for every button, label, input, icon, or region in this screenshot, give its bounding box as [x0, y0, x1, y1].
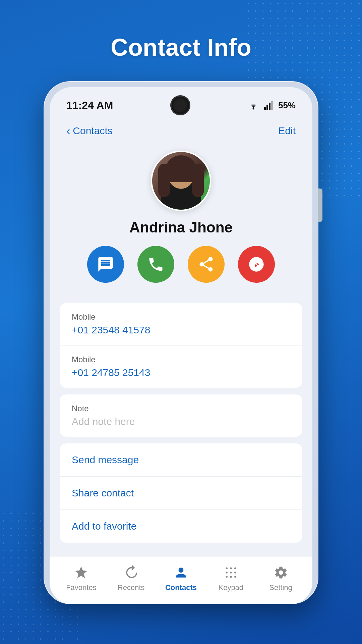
contact-name: Andrina Jhone — [129, 219, 233, 236]
call-icon — [147, 256, 165, 273]
favorites-icon — [73, 565, 89, 581]
action-list-card: Send message Share contact Add to favori… — [60, 443, 302, 543]
avatar-hair-left — [158, 164, 170, 197]
phone-numbers-card: Mobile +01 23548 41578 Mobile +01 24785 … — [60, 303, 302, 388]
svg-point-12 — [234, 572, 236, 574]
send-message-button[interactable]: Send message — [60, 443, 302, 477]
note-row[interactable]: Note Add note here — [60, 394, 302, 437]
recents-icon — [123, 565, 139, 581]
svg-point-14 — [230, 576, 232, 578]
svg-point-5 — [254, 259, 259, 264]
svg-point-7 — [226, 567, 228, 569]
nav-contacts[interactable]: Contacts — [156, 565, 206, 592]
svg-rect-3 — [269, 103, 270, 110]
nav-recents[interactable]: Recents — [106, 565, 156, 592]
chevron-left-icon: ‹ — [66, 124, 70, 137]
contact-section: Andrina Jhone — [50, 144, 312, 303]
svg-point-0 — [252, 108, 254, 110]
note-card: Note Add note here — [60, 394, 302, 437]
share-button[interactable] — [188, 246, 225, 283]
phone-value-1: +01 23548 41578 — [72, 324, 290, 336]
status-icons: 55% — [247, 100, 296, 111]
note-placeholder: Add note here — [72, 416, 290, 427]
share-contact-button[interactable]: Share contact — [60, 477, 302, 510]
avatar-image — [152, 152, 210, 210]
signal-icon — [264, 101, 274, 110]
camera-dot — [172, 97, 189, 114]
message-button[interactable] — [87, 246, 124, 283]
svg-point-9 — [234, 567, 236, 569]
svg-rect-4 — [271, 101, 273, 110]
avatar-hair — [166, 155, 196, 182]
phone-row-1[interactable]: Mobile +01 23548 41578 — [60, 303, 302, 345]
back-button[interactable]: ‹ Contacts — [66, 124, 113, 137]
phone-label-1: Mobile — [72, 312, 290, 322]
note-label: Note — [72, 404, 290, 413]
battery-level: 55% — [278, 100, 296, 111]
svg-point-13 — [226, 576, 228, 578]
action-buttons — [87, 246, 275, 283]
svg-point-11 — [230, 572, 232, 574]
edit-button[interactable]: Edit — [278, 125, 296, 137]
share-icon — [197, 256, 215, 273]
message-icon — [97, 256, 114, 273]
phone-frame: 11:24 AM 55% — [44, 81, 318, 604]
block-icon — [248, 256, 265, 273]
back-label: Contacts — [73, 125, 112, 137]
svg-point-10 — [226, 572, 228, 574]
svg-rect-2 — [266, 105, 268, 110]
contacts-icon — [173, 565, 189, 581]
phone-label-2: Mobile — [72, 355, 290, 364]
phone-row-2[interactable]: Mobile +01 24785 25143 — [60, 345, 302, 388]
svg-point-8 — [230, 567, 232, 569]
nav-favorites[interactable]: Favorites — [56, 565, 106, 592]
setting-label: Setting — [269, 583, 292, 592]
block-button[interactable] — [238, 246, 275, 283]
svg-rect-1 — [264, 107, 266, 110]
keypad-icon — [223, 565, 239, 581]
content-area: Mobile +01 23548 41578 Mobile +01 24785 … — [50, 303, 312, 556]
contacts-label: Contacts — [165, 583, 197, 592]
avatar-hair-right — [192, 164, 204, 197]
wifi-icon — [247, 101, 259, 110]
phone-value-2: +01 24785 25143 — [72, 367, 290, 378]
status-bar: 11:24 AM 55% — [50, 87, 312, 117]
setting-icon — [273, 565, 289, 581]
add-to-favorite-button[interactable]: Add to favorite — [60, 510, 302, 543]
recents-label: Recents — [118, 583, 145, 592]
status-time: 11:24 AM — [66, 99, 113, 112]
avatar — [151, 151, 211, 211]
keypad-label: Keypad — [218, 583, 243, 592]
call-button[interactable] — [137, 246, 174, 283]
nav-keypad[interactable]: Keypad — [206, 565, 256, 592]
page-title: Contact Info — [111, 34, 251, 61]
svg-point-15 — [234, 576, 236, 578]
nav-bar: ‹ Contacts Edit — [50, 117, 312, 144]
bottom-nav: Favorites Recents Contacts — [50, 556, 312, 604]
favorites-label: Favorites — [66, 583, 96, 592]
phone-screen: 11:24 AM 55% — [50, 87, 312, 604]
nav-setting[interactable]: Setting — [256, 565, 306, 592]
